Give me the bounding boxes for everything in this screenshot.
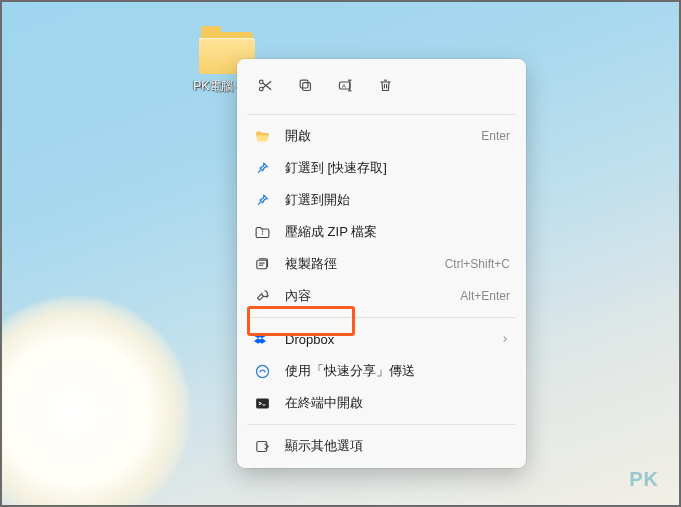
svg-rect-22 xyxy=(256,441,266,451)
svg-point-1 xyxy=(259,87,263,91)
context-menu: A 開啟 Enter xyxy=(237,59,526,468)
menu-compress-zip[interactable]: 壓縮成 ZIP 檔案 xyxy=(237,216,526,248)
pin-icon xyxy=(253,159,271,177)
copy-button[interactable] xyxy=(287,69,323,101)
rename-button[interactable]: A xyxy=(327,69,363,101)
context-toolbar: A xyxy=(237,65,526,109)
cut-button[interactable] xyxy=(247,69,283,101)
copy-icon xyxy=(297,77,314,94)
scissors-icon xyxy=(257,77,274,94)
svg-rect-5 xyxy=(300,80,308,88)
menu-properties[interactable]: 內容 Alt+Enter xyxy=(237,280,526,312)
menu-pin-quick-access[interactable]: 釘選到 [快速存取] xyxy=(237,152,526,184)
pin-icon xyxy=(253,191,271,209)
svg-rect-16 xyxy=(256,260,266,269)
menu-dropbox-label: Dropbox xyxy=(285,332,482,347)
chevron-right-icon xyxy=(500,334,510,344)
menu-open-terminal[interactable]: 在終端中開啟 xyxy=(237,387,526,419)
menu-open-label: 開啟 xyxy=(285,127,467,145)
sun-glow xyxy=(0,297,190,507)
menu-open-shortcut: Enter xyxy=(481,129,510,143)
dropbox-icon xyxy=(253,330,271,348)
svg-rect-20 xyxy=(256,398,269,408)
delete-button[interactable] xyxy=(367,69,403,101)
quick-share-icon xyxy=(253,362,271,380)
menu-properties-shortcut: Alt+Enter xyxy=(460,289,510,303)
menu-copy-path[interactable]: 複製路徑 Ctrl+Shift+C xyxy=(237,248,526,280)
watermark: PK xyxy=(629,468,659,491)
show-more-icon xyxy=(253,437,271,455)
menu-pin-start-label: 釘選到開始 xyxy=(285,191,510,209)
menu-quick-share[interactable]: 使用「快速分享」傳送 xyxy=(237,355,526,387)
menu-open[interactable]: 開啟 Enter xyxy=(237,120,526,152)
terminal-icon xyxy=(253,394,271,412)
wrench-icon xyxy=(253,287,271,305)
separator xyxy=(247,114,516,115)
menu-properties-label: 內容 xyxy=(285,287,446,305)
menu-copy-path-label: 複製路徑 xyxy=(285,255,431,273)
zip-icon xyxy=(253,223,271,241)
rename-icon: A xyxy=(337,77,354,94)
separator xyxy=(247,317,516,318)
menu-show-more-label: 顯示其他選項 xyxy=(285,437,510,455)
menu-compress-label: 壓縮成 ZIP 檔案 xyxy=(285,223,510,241)
svg-point-0 xyxy=(259,80,263,84)
copy-path-icon xyxy=(253,255,271,273)
menu-copy-path-shortcut: Ctrl+Shift+C xyxy=(445,257,510,271)
trash-icon xyxy=(377,77,394,94)
menu-pin-quick-label: 釘選到 [快速存取] xyxy=(285,159,510,177)
menu-dropbox[interactable]: Dropbox xyxy=(237,323,526,355)
menu-show-more[interactable]: 顯示其他選項 xyxy=(237,430,526,462)
folder-open-icon xyxy=(253,127,271,145)
menu-quick-share-label: 使用「快速分享」傳送 xyxy=(285,362,510,380)
menu-pin-start[interactable]: 釘選到開始 xyxy=(237,184,526,216)
separator xyxy=(247,424,516,425)
svg-point-19 xyxy=(256,365,268,377)
svg-text:A: A xyxy=(341,82,345,88)
svg-rect-4 xyxy=(302,82,310,90)
menu-terminal-label: 在終端中開啟 xyxy=(285,394,510,412)
